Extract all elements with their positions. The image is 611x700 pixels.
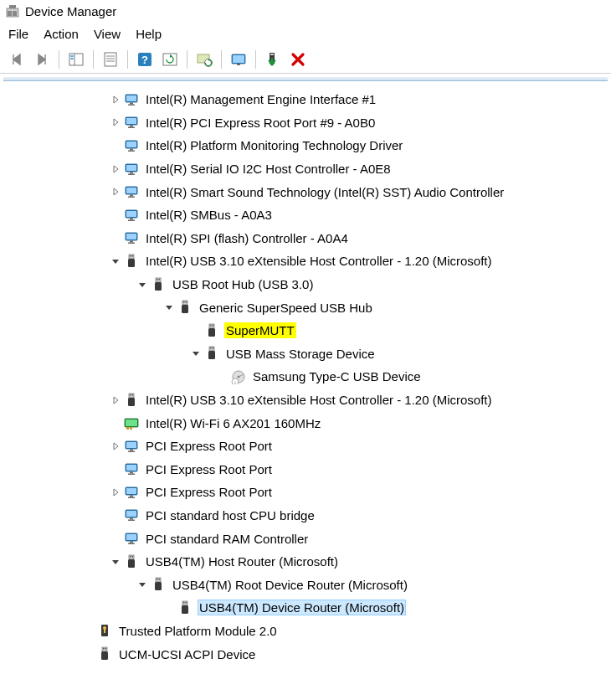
tree-node-label: PCI standard host CPU bridge — [144, 507, 316, 523]
chevron-down-icon[interactable] — [162, 301, 176, 314]
help-button[interactable] — [135, 49, 155, 69]
tree-node-label: USB4(TM) Host Router (Microsoft) — [144, 553, 340, 569]
toolbar-separator — [255, 50, 256, 69]
properties-button[interactable] — [100, 49, 121, 69]
tree-node[interactable]: Intel(R) SMBus - A0A3 — [17, 203, 608, 227]
tpm-icon — [97, 623, 112, 638]
tree-node[interactable]: Intel(R) USB 3.10 eXtensible Host Contro… — [17, 250, 608, 273]
usb-icon — [124, 393, 139, 408]
usb-icon — [151, 277, 166, 292]
monitor-icon — [124, 115, 139, 130]
titlebar: Device Manager — [0, 0, 611, 22]
chevron-right-icon[interactable] — [109, 116, 122, 129]
chevron-right-icon[interactable] — [109, 93, 122, 106]
tree-node[interactable]: USB4(TM) Host Router (Microsoft) — [17, 550, 608, 574]
monitor-icon — [124, 138, 139, 153]
delete-button[interactable] — [288, 49, 308, 69]
chevron-right-icon[interactable] — [109, 440, 122, 453]
usb-icon — [151, 577, 166, 592]
refresh-button[interactable] — [160, 49, 180, 69]
tree-node[interactable]: PCI standard host CPU bridge — [17, 504, 608, 528]
usb-icon — [204, 346, 219, 361]
menu-help[interactable]: Help — [136, 27, 162, 41]
tree-node[interactable]: PCI Express Root Port — [17, 481, 608, 504]
tree-node-label: Intel(R) Serial IO I2C Host Controller -… — [144, 161, 393, 177]
toolbar-separator — [187, 50, 187, 69]
tree-node[interactable]: Intel(R) Serial IO I2C Host Controller -… — [17, 157, 608, 181]
toolbar-separator — [93, 50, 94, 69]
tree-node[interactable]: USB4(TM) Device Router (Microsoft) — [17, 596, 608, 620]
chevron-right-icon[interactable] — [109, 486, 122, 499]
chevron-down-icon[interactable] — [136, 578, 149, 591]
tree-node-label: Generic SuperSpeed USB Hub — [198, 300, 374, 316]
chevron-right-icon[interactable] — [109, 185, 122, 198]
chevron-down-icon[interactable] — [109, 555, 122, 569]
tree-node[interactable]: Intel(R) Wi-Fi 6 AX201 160MHz — [17, 411, 608, 435]
toolbar-separator — [221, 50, 222, 69]
view-button[interactable] — [228, 49, 249, 69]
tree-node-label: Intel(R) USB 3.10 eXtensible Host Contro… — [144, 253, 494, 269]
usb-icon — [124, 254, 139, 269]
tree-node[interactable]: USB4(TM) Root Device Router (Microsoft) — [17, 573, 608, 596]
back-button[interactable] — [7, 49, 27, 69]
usb-icon — [97, 646, 112, 661]
tree-node-label: Intel(R) Smart Sound Technology (Intel(R… — [144, 184, 506, 200]
tree-node[interactable]: Intel(R) Platform Monitoring Technology … — [17, 134, 608, 157]
tree-node[interactable]: UCM-UCSI ACPI Device — [17, 642, 608, 666]
chevron-down-icon[interactable] — [189, 347, 203, 360]
monitor-icon — [124, 507, 139, 522]
tree-node[interactable]: PCI standard RAM Controller — [17, 527, 608, 550]
tree-node[interactable]: PCI Express Root Port — [17, 458, 608, 481]
chevron-right-icon[interactable] — [109, 162, 122, 176]
chevron-down-icon[interactable] — [136, 278, 149, 291]
tree-node[interactable]: Intel(R) PCI Express Root Port #9 - A0B0 — [17, 111, 608, 135]
usb-icon — [124, 554, 139, 569]
tree-node-label: Intel(R) USB 3.10 eXtensible Host Contro… — [144, 392, 494, 408]
menu-view[interactable]: View — [94, 27, 121, 41]
monitor-icon — [124, 439, 139, 454]
tree-node[interactable]: Intel(R) Management Engine Interface #1 — [17, 88, 608, 111]
tree-node[interactable]: Intel(R) Smart Sound Technology (Intel(R… — [17, 180, 608, 203]
menu-action[interactable]: Action — [44, 27, 79, 41]
tree-node-label: USB Mass Storage Device — [224, 346, 377, 362]
tree-node[interactable]: USB Root Hub (USB 3.0) — [17, 273, 608, 296]
tree-node-label: PCI Express Root Port — [144, 438, 274, 454]
tree-node[interactable]: SuperMUTT — [17, 319, 608, 342]
show-tree-button[interactable] — [66, 49, 86, 69]
forward-button[interactable] — [32, 49, 52, 69]
tree-node[interactable]: Generic SuperSpeed USB Hub — [17, 296, 608, 319]
tree-node[interactable]: USB Mass Storage Device — [17, 342, 608, 366]
menu-file[interactable]: File — [8, 27, 28, 41]
monitor-icon — [124, 461, 139, 476]
scan-hardware-button[interactable] — [194, 49, 214, 69]
chevron-down-icon[interactable] — [109, 255, 122, 268]
install-button[interactable] — [263, 49, 283, 69]
device-manager-icon — [5, 3, 20, 18]
monitor-icon — [124, 230, 139, 245]
device-tree[interactable]: Intel(R) Management Engine Interface #1I… — [3, 81, 608, 674]
disk-icon — [231, 369, 246, 384]
netcard-icon — [124, 415, 139, 430]
tree-node[interactable]: Intel(R) USB 3.10 eXtensible Host Contro… — [17, 389, 608, 412]
monitor-icon — [124, 531, 139, 546]
tree-node[interactable]: Samsung Type-C USB Device — [17, 365, 608, 389]
tree-node-label: USB4(TM) Device Router (Microsoft) — [198, 600, 406, 615]
usb-icon — [177, 300, 193, 315]
tree-node-label: Trusted Platform Module 2.0 — [117, 623, 279, 639]
tree-node[interactable]: Trusted Platform Module 2.0 — [17, 620, 608, 643]
tree-node[interactable]: PCI Express Root Port — [17, 435, 608, 458]
tree-node[interactable]: Intel(R) SPI (flash) Controller - A0A4 — [17, 227, 608, 250]
tree-node-label: PCI Express Root Port — [144, 461, 274, 477]
tree-node-label: Intel(R) Wi-Fi 6 AX201 160MHz — [144, 415, 322, 431]
usb-icon — [204, 323, 219, 338]
menubar: File Action View Help — [0, 22, 611, 48]
tree-node-label: SuperMUTT — [224, 322, 296, 338]
monitor-icon — [124, 485, 139, 500]
tree-node-label: Samsung Type-C USB Device — [251, 368, 423, 384]
toolbar-separator — [59, 50, 59, 69]
window-title: Device Manager — [25, 4, 116, 18]
monitor-icon — [124, 162, 139, 177]
tree-node-label: Intel(R) Management Engine Interface #1 — [144, 91, 377, 107]
chevron-right-icon[interactable] — [109, 394, 122, 407]
tree-node-label: USB4(TM) Root Device Router (Microsoft) — [171, 577, 409, 593]
